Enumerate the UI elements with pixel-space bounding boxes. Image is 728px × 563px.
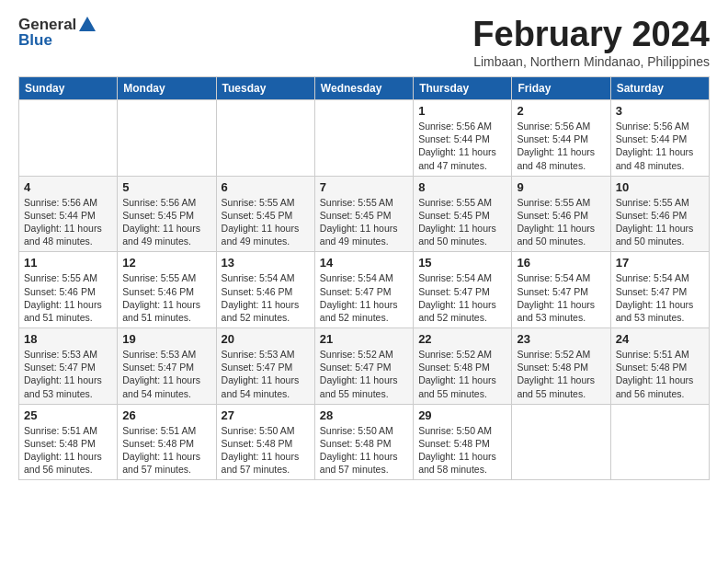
day-number: 26 bbox=[122, 408, 210, 422]
day-number: 4 bbox=[24, 180, 112, 194]
day-info: Sunrise: 5:55 AMSunset: 5:46 PMDaylight:… bbox=[122, 271, 210, 324]
table-row bbox=[118, 100, 216, 177]
day-info: Sunrise: 5:55 AMSunset: 5:46 PMDaylight:… bbox=[517, 196, 605, 248]
day-info: Sunrise: 5:56 AMSunset: 5:44 PMDaylight:… bbox=[418, 120, 506, 172]
day-info: Sunrise: 5:56 AMSunset: 5:44 PMDaylight:… bbox=[616, 120, 704, 172]
table-row: 24Sunrise: 5:51 AMSunset: 5:48 PMDayligh… bbox=[610, 328, 709, 405]
day-number: 11 bbox=[24, 256, 112, 270]
table-row: 1Sunrise: 5:56 AMSunset: 5:44 PMDaylight… bbox=[414, 100, 512, 177]
day-number: 13 bbox=[222, 256, 310, 270]
table-row bbox=[314, 100, 413, 177]
day-info: Sunrise: 5:54 AMSunset: 5:47 PMDaylight:… bbox=[320, 271, 408, 324]
table-row: 20Sunrise: 5:53 AMSunset: 5:47 PMDayligh… bbox=[216, 328, 314, 405]
day-number: 7 bbox=[320, 180, 408, 194]
header-monday: Monday bbox=[118, 77, 216, 100]
header-saturday: Saturday bbox=[610, 77, 709, 100]
month-title: February 2024 bbox=[472, 15, 710, 54]
day-info: Sunrise: 5:56 AMSunset: 5:45 PMDaylight:… bbox=[122, 196, 210, 248]
day-number: 9 bbox=[517, 180, 605, 194]
day-info: Sunrise: 5:52 AMSunset: 5:48 PMDaylight:… bbox=[517, 348, 605, 400]
day-info: Sunrise: 5:50 AMSunset: 5:48 PMDaylight:… bbox=[222, 424, 310, 477]
table-row: 8Sunrise: 5:55 AMSunset: 5:45 PMDaylight… bbox=[414, 176, 512, 252]
day-info: Sunrise: 5:52 AMSunset: 5:47 PMDaylight:… bbox=[320, 348, 408, 400]
table-row: 16Sunrise: 5:54 AMSunset: 5:47 PMDayligh… bbox=[512, 252, 610, 328]
table-row: 27Sunrise: 5:50 AMSunset: 5:48 PMDayligh… bbox=[216, 404, 314, 480]
day-info: Sunrise: 5:53 AMSunset: 5:47 PMDaylight:… bbox=[222, 348, 310, 400]
day-info: Sunrise: 5:55 AMSunset: 5:45 PMDaylight:… bbox=[222, 196, 310, 248]
day-info: Sunrise: 5:54 AMSunset: 5:46 PMDaylight:… bbox=[222, 271, 310, 324]
day-number: 18 bbox=[24, 332, 112, 346]
day-number: 19 bbox=[122, 332, 210, 346]
header-wednesday: Wednesday bbox=[314, 77, 413, 100]
table-row: 21Sunrise: 5:52 AMSunset: 5:47 PMDayligh… bbox=[314, 328, 413, 405]
day-info: Sunrise: 5:53 AMSunset: 5:47 PMDaylight:… bbox=[122, 348, 210, 400]
day-number: 5 bbox=[122, 180, 210, 194]
day-info: Sunrise: 5:51 AMSunset: 5:48 PMDaylight:… bbox=[122, 424, 210, 477]
table-row: 2Sunrise: 5:56 AMSunset: 5:44 PMDaylight… bbox=[512, 100, 610, 177]
day-number: 22 bbox=[418, 332, 506, 346]
table-row: 14Sunrise: 5:54 AMSunset: 5:47 PMDayligh… bbox=[314, 252, 413, 328]
day-number: 1 bbox=[418, 104, 506, 118]
table-row: 19Sunrise: 5:53 AMSunset: 5:47 PMDayligh… bbox=[118, 328, 216, 405]
calendar-table: Sunday Monday Tuesday Wednesday Thursday… bbox=[18, 76, 710, 480]
table-row: 29Sunrise: 5:50 AMSunset: 5:48 PMDayligh… bbox=[414, 404, 512, 480]
day-number: 17 bbox=[616, 256, 704, 270]
table-row: 9Sunrise: 5:55 AMSunset: 5:46 PMDaylight… bbox=[512, 176, 610, 252]
table-row: 23Sunrise: 5:52 AMSunset: 5:48 PMDayligh… bbox=[512, 328, 610, 405]
day-number: 16 bbox=[517, 256, 605, 270]
location-subtitle: Limbaan, Northern Mindanao, Philippines bbox=[472, 54, 710, 69]
day-number: 8 bbox=[418, 180, 506, 194]
table-row: 3Sunrise: 5:56 AMSunset: 5:44 PMDaylight… bbox=[610, 100, 709, 177]
day-info: Sunrise: 5:51 AMSunset: 5:48 PMDaylight:… bbox=[616, 348, 704, 400]
day-number: 27 bbox=[222, 408, 310, 422]
day-number: 25 bbox=[24, 408, 112, 422]
header-friday: Friday bbox=[512, 77, 610, 100]
table-row bbox=[19, 100, 118, 177]
day-number: 15 bbox=[418, 256, 506, 270]
table-row: 4Sunrise: 5:56 AMSunset: 5:44 PMDaylight… bbox=[19, 176, 118, 252]
table-row: 26Sunrise: 5:51 AMSunset: 5:48 PMDayligh… bbox=[118, 404, 216, 480]
day-number: 20 bbox=[222, 332, 310, 346]
day-info: Sunrise: 5:56 AMSunset: 5:44 PMDaylight:… bbox=[517, 120, 605, 172]
table-row: 28Sunrise: 5:50 AMSunset: 5:48 PMDayligh… bbox=[314, 404, 413, 480]
table-row bbox=[512, 404, 610, 480]
table-row: 18Sunrise: 5:53 AMSunset: 5:47 PMDayligh… bbox=[19, 328, 118, 405]
table-row: 5Sunrise: 5:56 AMSunset: 5:45 PMDaylight… bbox=[118, 176, 216, 252]
day-info: Sunrise: 5:51 AMSunset: 5:48 PMDaylight:… bbox=[24, 424, 112, 477]
day-number: 2 bbox=[517, 104, 605, 118]
header-sunday: Sunday bbox=[19, 77, 118, 100]
logo: General Blue bbox=[18, 15, 98, 50]
svg-marker-0 bbox=[79, 17, 96, 31]
day-number: 14 bbox=[320, 256, 408, 270]
day-info: Sunrise: 5:55 AMSunset: 5:46 PMDaylight:… bbox=[24, 271, 112, 324]
day-info: Sunrise: 5:55 AMSunset: 5:45 PMDaylight:… bbox=[418, 196, 506, 248]
day-number: 23 bbox=[517, 332, 605, 346]
day-info: Sunrise: 5:50 AMSunset: 5:48 PMDaylight:… bbox=[320, 424, 408, 477]
day-number: 29 bbox=[418, 408, 506, 422]
title-section: February 2024 Limbaan, Northern Mindanao… bbox=[472, 15, 710, 69]
day-info: Sunrise: 5:54 AMSunset: 5:47 PMDaylight:… bbox=[517, 271, 605, 324]
day-info: Sunrise: 5:54 AMSunset: 5:47 PMDaylight:… bbox=[616, 271, 704, 324]
table-row: 12Sunrise: 5:55 AMSunset: 5:46 PMDayligh… bbox=[118, 252, 216, 328]
day-info: Sunrise: 5:56 AMSunset: 5:44 PMDaylight:… bbox=[24, 196, 112, 248]
table-row: 15Sunrise: 5:54 AMSunset: 5:47 PMDayligh… bbox=[414, 252, 512, 328]
day-number: 24 bbox=[616, 332, 704, 346]
table-row: 17Sunrise: 5:54 AMSunset: 5:47 PMDayligh… bbox=[610, 252, 709, 328]
day-info: Sunrise: 5:55 AMSunset: 5:45 PMDaylight:… bbox=[320, 196, 408, 248]
day-number: 6 bbox=[222, 180, 310, 194]
day-number: 28 bbox=[320, 408, 408, 422]
table-row: 22Sunrise: 5:52 AMSunset: 5:48 PMDayligh… bbox=[414, 328, 512, 405]
header-thursday: Thursday bbox=[414, 77, 512, 100]
table-row: 10Sunrise: 5:55 AMSunset: 5:46 PMDayligh… bbox=[610, 176, 709, 252]
day-info: Sunrise: 5:53 AMSunset: 5:47 PMDaylight:… bbox=[24, 348, 112, 400]
table-row: 25Sunrise: 5:51 AMSunset: 5:48 PMDayligh… bbox=[19, 404, 118, 480]
day-info: Sunrise: 5:50 AMSunset: 5:48 PMDaylight:… bbox=[418, 424, 506, 477]
day-number: 12 bbox=[122, 256, 210, 270]
table-row: 7Sunrise: 5:55 AMSunset: 5:45 PMDaylight… bbox=[314, 176, 413, 252]
day-number: 21 bbox=[320, 332, 408, 346]
table-row bbox=[610, 404, 709, 480]
logo-icon bbox=[77, 15, 97, 35]
table-row bbox=[216, 100, 314, 177]
day-info: Sunrise: 5:55 AMSunset: 5:46 PMDaylight:… bbox=[616, 196, 704, 248]
header-tuesday: Tuesday bbox=[216, 77, 314, 100]
